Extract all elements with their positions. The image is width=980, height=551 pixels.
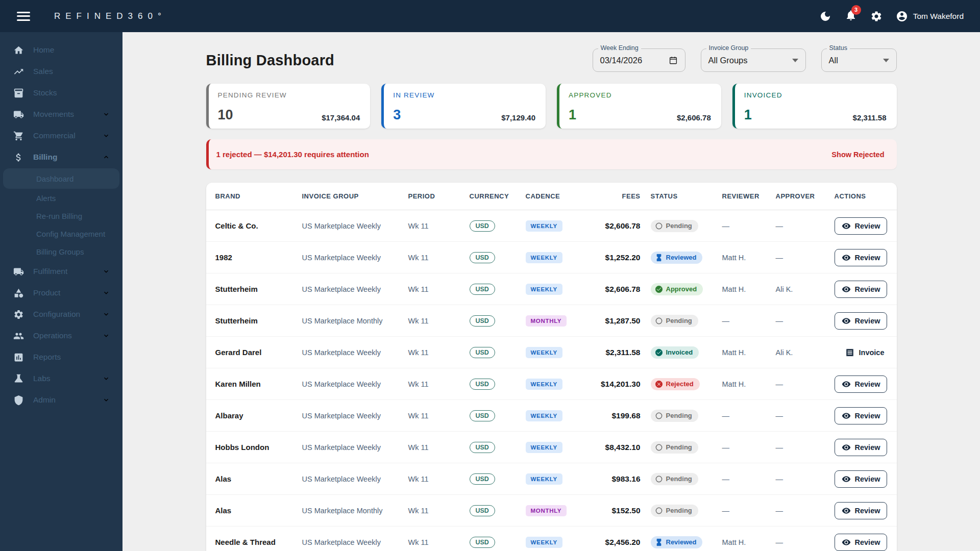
settings-gear-icon[interactable] <box>870 10 883 22</box>
review-button[interactable]: Review <box>835 312 888 330</box>
hourglass-icon <box>655 538 663 546</box>
actions-cell: Review <box>835 470 891 488</box>
sidebar-item-label: Admin <box>33 395 102 405</box>
user-menu[interactable]: Tom Wakeford <box>896 10 964 22</box>
notifications-bell-icon[interactable]: 3 <box>845 9 857 23</box>
people-icon <box>13 331 24 341</box>
stat-card-amount: $7,129.40 <box>501 113 535 122</box>
stat-card-label: PENDING REVIEW <box>218 91 360 99</box>
invoice-group-cell: US Marketplace Weekly <box>302 443 408 452</box>
sidebar-item-label: Commercial <box>33 131 102 140</box>
main-content: Billing Dashboard Week Ending 03/14/2026… <box>122 32 980 551</box>
invoice-button[interactable]: Invoice <box>845 348 885 357</box>
sidebar-item-sales[interactable]: Sales <box>0 61 122 82</box>
sidebar-item-operations[interactable]: Operations <box>0 325 122 346</box>
dark-mode-moon-icon[interactable] <box>819 10 831 22</box>
sidebar-subitem-label: Billing Groups <box>36 247 84 256</box>
period-cell: Wk 11 <box>408 412 470 420</box>
fees-cell: $152.50 <box>590 506 651 515</box>
eye-icon <box>842 316 851 325</box>
cadence-cell: WEEKLY <box>526 220 590 232</box>
home-icon <box>13 45 24 56</box>
invoice-group-select[interactable]: Invoice Group All Groups <box>701 48 806 72</box>
rejected-alert-message: 1 rejected — $14,201.30 requires attenti… <box>216 150 369 159</box>
brand-cell: Albaray <box>215 411 302 420</box>
column-header-reviewer: REVIEWER <box>722 192 776 200</box>
approver-cell: — <box>776 254 835 262</box>
status-cell: Pending <box>651 505 722 517</box>
pending-circle-icon <box>655 317 663 325</box>
truck-icon <box>13 109 24 120</box>
cadence-chip: MONTHLY <box>526 505 567 516</box>
review-button[interactable]: Review <box>835 534 888 551</box>
sidebar-item-billing[interactable]: Billing <box>0 146 122 168</box>
actions-cell: Review <box>835 407 891 424</box>
week-ending-date-input[interactable]: Week Ending 03/14/2026 <box>593 48 685 72</box>
reviewer-cell: Matt H. <box>722 285 776 293</box>
fees-cell: $2,311.58 <box>590 348 651 357</box>
review-button[interactable]: Review <box>835 502 888 519</box>
sidebar-item-labs[interactable]: Labs <box>0 368 122 389</box>
sidebar-item-label: Sales <box>33 67 110 76</box>
column-header-currency: CURRENCY <box>470 192 526 200</box>
sidebar-item-label: Home <box>33 45 110 55</box>
sidebar-item-admin[interactable]: Admin <box>0 389 122 411</box>
review-button[interactable]: Review <box>835 249 888 266</box>
review-button[interactable]: Review <box>835 439 888 456</box>
stat-card-in-review: IN REVIEW 3 $7,129.40 <box>381 84 546 129</box>
invoice-group-cell: US Marketplace Weekly <box>302 538 408 546</box>
sidebar-subitem-re-run-billing[interactable]: Re-run Billing <box>3 207 119 224</box>
sidebar-item-commercial[interactable]: Commercial <box>0 125 122 146</box>
calendar-icon <box>669 56 678 65</box>
cadence-cell: WEEKLY <box>526 537 590 548</box>
table-row: Gerard Darel US Marketplace Weekly Wk 11… <box>206 337 897 368</box>
sidebar-item-home[interactable]: Home <box>0 39 122 61</box>
status-chip: Pending <box>651 505 698 517</box>
invoice-group-cell: US Marketplace Weekly <box>302 475 408 483</box>
actions-cell: Review <box>835 534 891 551</box>
invoice-group-value: All Groups <box>708 56 748 65</box>
sidebar-subitem-alerts[interactable]: Alerts <box>3 189 119 207</box>
show-rejected-button[interactable]: Show Rejected <box>831 151 884 159</box>
chevron-down-icon <box>883 59 889 62</box>
cadence-cell: WEEKLY <box>526 252 590 263</box>
sidebar-item-configuration[interactable]: Configuration <box>0 304 122 325</box>
hamburger-menu-icon[interactable] <box>17 12 30 21</box>
sidebar-subitem-dashboard[interactable]: Dashboard <box>3 168 119 189</box>
status-select[interactable]: Status All <box>821 48 897 72</box>
review-button[interactable]: Review <box>835 470 888 488</box>
sidebar-item-reports[interactable]: Reports <box>0 346 122 368</box>
review-button[interactable]: Review <box>835 217 888 235</box>
sidebar-item-movements[interactable]: Movements <box>0 104 122 125</box>
status-cell: Pending <box>651 473 722 485</box>
currency-cell: USD <box>470 315 526 327</box>
currency-chip: USD <box>470 537 495 548</box>
chevron-down-icon <box>102 110 110 118</box>
approver-cell: — <box>776 222 835 230</box>
flask-icon <box>13 373 24 384</box>
notification-badge: 3 <box>851 5 861 15</box>
column-header-actions: ACTIONS <box>835 192 888 200</box>
reviewer-cell: — <box>722 475 776 483</box>
sidebar-subitem-config-management[interactable]: Config Management <box>3 225 119 242</box>
cadence-cell: MONTHLY <box>526 315 590 327</box>
pending-circle-icon <box>655 412 663 420</box>
approver-cell: Ali K. <box>776 348 835 357</box>
review-button[interactable]: Review <box>835 281 888 298</box>
dollar-icon <box>13 152 24 163</box>
review-button[interactable]: Review <box>835 407 888 424</box>
sidebar-item-product[interactable]: Product <box>0 282 122 304</box>
stat-card-count: 10 <box>218 108 233 122</box>
review-button[interactable]: Review <box>835 375 888 393</box>
currency-chip: USD <box>470 220 495 232</box>
sidebar-item-stocks[interactable]: Stocks <box>0 82 122 104</box>
sidebar-item-fulfilment[interactable]: Fulfilment <box>0 261 122 282</box>
table-row: Albaray US Marketplace Weekly Wk 11 USD … <box>206 400 897 432</box>
sidebar-item-label: Operations <box>33 331 102 340</box>
column-header-invoice-group: INVOICE GROUP <box>302 192 408 200</box>
receipt-icon <box>845 348 854 357</box>
fees-cell: $14,201.30 <box>590 380 651 389</box>
rejected-alert-bar: 1 rejected — $14,201.30 requires attenti… <box>206 139 897 169</box>
chevron-down-icon <box>792 59 798 62</box>
sidebar-subitem-billing-groups[interactable]: Billing Groups <box>3 243 119 260</box>
